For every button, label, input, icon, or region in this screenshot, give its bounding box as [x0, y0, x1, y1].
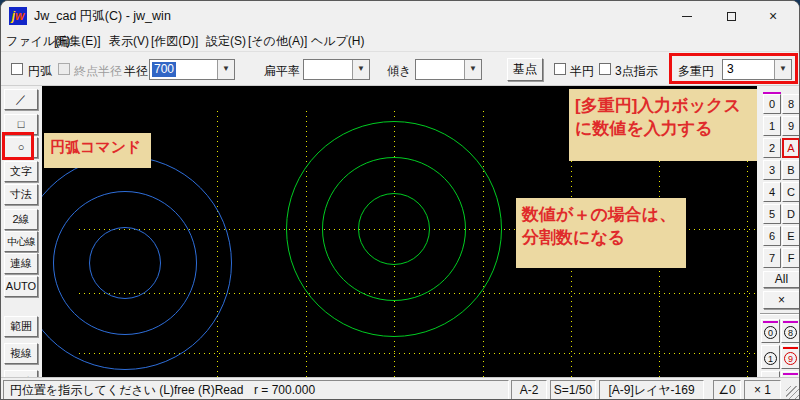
- group-indicator-bar: [783, 347, 798, 349]
- all-layers-button[interactable]: All: [763, 271, 800, 288]
- menu-view[interactable]: 表示(V): [109, 32, 149, 52]
- chevron-down-icon[interactable]: ▼: [217, 60, 234, 79]
- slope-label: 傾き: [387, 63, 411, 80]
- polyline-tool-button[interactable]: 連線: [4, 253, 38, 274]
- write-layer-button-6[interactable]: 6: [763, 226, 781, 246]
- menu-other[interactable]: [その他(A)]: [248, 32, 307, 52]
- status-message-panel[interactable]: 円位置を指示してください (L)free (R)Read r = 700.000: [3, 380, 509, 400]
- app-icon: jw: [9, 7, 27, 25]
- annotation-text: 数値が＋の場合は、: [522, 203, 680, 226]
- circled-digit-icon: 8: [784, 326, 797, 339]
- line-tool-button[interactable]: ／: [4, 89, 38, 110]
- menu-setting[interactable]: 設定(S): [206, 32, 246, 52]
- write-layer-button-0[interactable]: 0: [763, 94, 781, 114]
- text-tool-button[interactable]: 文字: [4, 161, 38, 182]
- circle-tool-highlight-box: [2, 132, 34, 160]
- endpoint-radius-checkbox: [58, 63, 70, 75]
- status-bar: 円位置を指示してください (L)free (R)Read r = 700.000…: [1, 377, 800, 400]
- radius-label: 半径: [124, 63, 148, 80]
- half-circle-checkbox[interactable]: [554, 63, 566, 75]
- base-point-button[interactable]: 基点: [507, 58, 543, 81]
- menu-draw[interactable]: [作図(D)]: [151, 32, 198, 52]
- write-layer-button-5[interactable]: 5: [763, 204, 781, 224]
- drawing-canvas[interactable]: 円弧コマンド[多重円]入力ボックスに数値を入力する数値が＋の場合は、分割数になる: [42, 86, 757, 377]
- chevron-down-icon[interactable]: ▼: [464, 60, 481, 79]
- two-line-tool-button[interactable]: 2線: [4, 209, 38, 230]
- minimize-icon[interactable]: [665, 1, 709, 31]
- layer-status-button[interactable]: [A-9]レイヤ-169: [599, 380, 704, 400]
- close-icon[interactable]: ×: [751, 1, 795, 31]
- write-layer-button-D[interactable]: D: [782, 204, 800, 224]
- three-point-checkbox[interactable]: [599, 63, 611, 75]
- half-circle-label: 半円: [570, 63, 594, 80]
- dimension-tool-button[interactable]: 寸法: [4, 184, 38, 205]
- arc-checkbox[interactable]: [11, 63, 23, 75]
- arc-checkbox-label: 円弧: [28, 63, 52, 80]
- resize-grip[interactable]: [786, 386, 800, 400]
- write-layer-button-2[interactable]: 2: [763, 138, 781, 158]
- maximize-icon[interactable]: [709, 1, 753, 31]
- write-layer-button-1[interactable]: 1: [763, 116, 781, 136]
- group-indicator-bar: [763, 321, 778, 323]
- layer-indicator-bar: [763, 92, 781, 94]
- layer-group-button-0[interactable]: 0: [761, 319, 780, 343]
- flatness-combobox[interactable]: ▼: [303, 59, 370, 80]
- zoom-factor-button[interactable]: × 1: [744, 380, 781, 400]
- write-layer-button-8[interactable]: 8: [782, 94, 800, 114]
- radius-value: 700: [152, 62, 176, 77]
- window-title: Jw_cad 円弧(C) - jw_win: [34, 8, 171, 25]
- clear-layers-button[interactable]: ×: [763, 291, 800, 309]
- flatness-label: 扁平率: [264, 63, 300, 80]
- radius-combobox[interactable]: 700 ▼: [149, 59, 235, 80]
- blue-circle-set: [42, 156, 232, 370]
- annotation-tajuen-input: [多重円]入力ボックスに数値を入力する: [569, 89, 757, 161]
- circled-digit-icon: 9: [784, 352, 797, 365]
- menu-bar: ファイル(F) [編集(E)] 表示(V) [作図(D)] 設定(S) [その他…: [1, 32, 800, 52]
- radius-readout: r = 700.000: [254, 381, 315, 399]
- endpoint-radius-label: 終点半径: [74, 63, 122, 80]
- write-layer-button-4[interactable]: 4: [763, 182, 781, 202]
- angle-button[interactable]: ∠0: [713, 380, 741, 400]
- annotation-plus-division: 数値が＋の場合は、分割数になる: [516, 198, 686, 268]
- write-layer-button-3[interactable]: 3: [763, 160, 781, 180]
- layer-group-button-9[interactable]: 9: [781, 345, 800, 369]
- status-message: 円位置を指示してください (L)free (R)Read: [10, 383, 243, 397]
- write-layer-button-B[interactable]: B: [782, 160, 800, 180]
- right-toolbar: 0123456789ABCDEFAll×08192A: [758, 86, 800, 377]
- circled-digit-icon: 1: [764, 352, 777, 365]
- green-circle-set: [286, 121, 502, 337]
- app-window: jw Jw_cad 円弧(C) - jw_win × ファイル(F) [編集(E…: [0, 0, 800, 400]
- annotation-text: [多重円]入力ボックス: [575, 94, 751, 117]
- right-toolbar-separator: [760, 313, 799, 315]
- paper-size-button[interactable]: A-2: [511, 380, 547, 400]
- write-layer-button-E[interactable]: E: [782, 226, 800, 246]
- chevron-down-icon[interactable]: ▼: [352, 60, 369, 79]
- centerline-tool-button[interactable]: 中心線: [4, 231, 38, 252]
- annotation-text: 分割数になる: [522, 226, 680, 249]
- group-indicator-bar: [783, 321, 798, 323]
- parallel-tool-button[interactable]: 複線: [4, 343, 38, 364]
- write-layer-button-F[interactable]: F: [782, 248, 800, 268]
- circled-digit-icon: 0: [764, 326, 777, 339]
- title-bar: jw Jw_cad 円弧(C) - jw_win ×: [1, 1, 800, 31]
- controls-toolbar: 円弧 終点半径 半径 700 ▼ 扁平率 ▼ 傾き ▼ 基点 半円 3点指示 多…: [1, 52, 800, 86]
- left-toolbar: ／ □ ○ 文字 寸法 2線 中心線 連線 AUTO 範囲 複線 コーナー: [1, 86, 41, 377]
- menu-help[interactable]: ヘルプ(H): [311, 32, 365, 52]
- write-layer-button-A[interactable]: A: [782, 138, 800, 158]
- write-layer-button-7[interactable]: 7: [763, 248, 781, 268]
- layer-group-button-8[interactable]: 8: [781, 319, 800, 343]
- write-layer-button-9[interactable]: 9: [782, 116, 800, 136]
- write-layer-button-C[interactable]: C: [782, 182, 800, 202]
- annotation-text: 円弧コマンド: [50, 138, 145, 157]
- three-point-label: 3点指示: [615, 63, 658, 80]
- annotation-enko-command: 円弧コマンド: [44, 133, 151, 168]
- auto-tool-button[interactable]: AUTO: [4, 276, 38, 297]
- multi-circle-highlight-box: [669, 53, 798, 84]
- range-tool-button[interactable]: 範囲: [4, 316, 38, 337]
- slope-combobox[interactable]: ▼: [415, 59, 482, 80]
- annotation-text: に数値を入力する: [575, 117, 751, 140]
- menu-edit[interactable]: [編集(E)]: [54, 32, 101, 52]
- layer-group-button-1[interactable]: 1: [761, 345, 780, 369]
- group-indicator-bar: [783, 373, 798, 375]
- scale-button[interactable]: S=1/50: [550, 380, 596, 400]
